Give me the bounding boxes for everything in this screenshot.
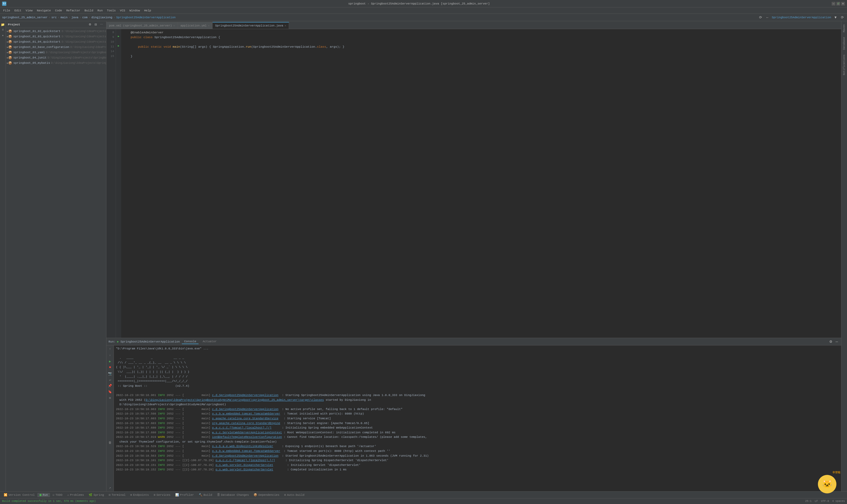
menu-view[interactable]: View [23,7,35,14]
run-icon: ▶ [117,340,119,343]
close-button[interactable]: ✕ [841,2,845,5]
bottom-tab-deps[interactable]: 📦 Dependencies [251,492,281,497]
project-settings-btn[interactable]: ⋯ [99,22,104,27]
run-expand-btn[interactable]: ↗ [107,485,113,490]
bottom-tab-run[interactable]: Run [37,493,50,497]
tab-main-java[interactable]: Springboot25AdminServerApplication.java … [213,22,289,29]
minimize-button[interactable]: ─ [832,2,835,5]
breadcrumb-src[interactable]: src [51,16,57,19]
tab-yml[interactable]: application.yml ✕ [178,22,213,29]
run-row-11[interactable]: ▶ [116,43,121,48]
bottom-tab-problems[interactable]: ⚠ Problems [65,492,86,497]
folder-icon: 📦 [8,56,12,60]
breadcrumb-class[interactable]: Springboot25AdminServerApplication [116,16,176,19]
bottom-tab-todo[interactable]: ☑ TODO [51,492,65,497]
run-rerun-btn[interactable]: ▶ [107,359,113,364]
project-icon[interactable]: 📁 [1,22,5,27]
toolbar-back-btn[interactable]: ← [765,15,770,20]
tree-item-3[interactable]: ▶ 📦 springboot_02_base_configuration D:\… [6,44,106,50]
bottom-tab-services[interactable]: ⚙ Services [151,492,172,497]
tree-item-6[interactable]: ▶ 📦 springboot_05_mybatis D:\DingJiaxion… [6,60,106,66]
menu-code[interactable]: Code [53,7,64,14]
bottom-tab-terminal[interactable]: ⊡ Terminal [107,492,128,497]
run-main-btn[interactable]: ▶ [118,44,119,48]
bottom-tab-auto[interactable]: ⚙ Auto-build [282,492,307,497]
project-collapse-btn[interactable]: ⊟ [93,22,98,27]
todo-label: TODO [55,493,62,497]
bottom-tab-endpoints[interactable]: ⊕ Endpoints [128,492,151,497]
run-wrap-btn[interactable]: ↵ [107,377,113,382]
favorites-icon[interactable]: ★ [1,33,5,38]
tree-item-0[interactable]: ▶ 📦 springboot_01_02_quickstart D:\DingJ… [6,29,106,34]
bottom-tab-spring[interactable]: 🌿 Spring [87,492,106,497]
tree-item-2[interactable]: ▶ 📦 springboot_01_04_quickstart D:\DingJ… [6,39,106,44]
tab-pom[interactable]: pom.xml (springboot_25_admin_server) ✕ [106,22,178,29]
menu-vcs[interactable]: VCS [118,7,127,14]
tab-java-close[interactable]: ✕ [285,24,286,27]
menu-file[interactable]: File [1,7,12,14]
run-stop-btn[interactable]: ■ [107,365,113,370]
db-icon: 🗄 [217,493,220,497]
database-tab[interactable]: Database [842,35,846,52]
structure-icon[interactable]: ≡ [1,28,5,32]
run-row-9[interactable]: ▶ [116,34,121,39]
project-label: Project [8,23,20,26]
notifications-tab[interactable]: Notifications [842,52,846,77]
run-tab-console[interactable]: Console [182,339,198,344]
log-line-10: 2022-10-23 19:58:18.563 INFO 2652 --- [ … [116,454,839,458]
vc-icon: 🔀 [4,493,7,497]
run-tab-actuator[interactable]: Actuator [201,339,219,344]
project-gear-btn[interactable]: ⚙ [88,22,92,27]
menu-help[interactable]: Help [142,7,153,14]
run-settings-btn[interactable]: ⚙ [828,339,833,344]
breadcrumb-project[interactable]: springboot_25_admin_server [2,16,48,19]
tab-pom-close[interactable]: ✕ [173,24,175,27]
app-icon: IJ [2,2,6,6]
bottom-tab-profiler[interactable]: 📊 Profiler [173,492,196,497]
tree-item-1[interactable]: ▶ 📦 springboot_01_03_quickstart D:\DingJ… [6,34,106,39]
toolbar-class-selector[interactable]: Springboot25AdminServerApplication [772,16,831,19]
toolbar-refresh-btn[interactable]: ⟳ [840,15,845,20]
run-pin-btn[interactable]: 📌 [107,383,113,388]
tree-item-4[interactable]: ▶ 📦 springboot_03_yaml D:\DingJiaxiong\I… [6,50,106,55]
log-line-7: 2022-10-23 19:58:17.919 WARN 2652 --- [ … [116,435,839,440]
run-minimize-btn[interactable]: ─ [834,339,839,344]
menu-refactor[interactable]: Refactor [64,7,82,14]
run-filter-btn[interactable]: ⚙ [107,395,113,400]
console-output[interactable]: "D:\Program Files\Java\jdk1.8.0_333\bin\… [114,345,841,491]
endpoints-icon: ⊕ [130,493,132,497]
code-line-14 [123,49,839,54]
profiler-label: Profiler [180,493,194,497]
run-restart-btn[interactable]: ↑ [107,346,113,352]
menu-navigate[interactable]: Navigate [35,7,53,14]
toolbar-sync-btn[interactable]: ⟳ [758,15,763,20]
maven-tab[interactable]: Maven [842,22,846,34]
run-class-btn[interactable]: ▶ [118,35,119,38]
breadcrumb-com[interactable]: com [82,16,88,19]
breadcrumb-java[interactable]: java [71,16,78,19]
bottom-tab-vc[interactable]: 🔀 Version Control [2,492,37,497]
breadcrumb-main[interactable]: main [60,16,68,19]
run-camera-btn[interactable]: 📷 [107,371,113,376]
code-editor[interactable]: 8 9 10 11 14 15 ▶ ▶ [106,29,841,338]
deps-icon: 📦 [254,493,257,497]
bottom-tab-build[interactable]: 🔨 Build [197,492,214,497]
toolbar-dropdown-btn[interactable]: ▼ [833,15,838,20]
run-trash-btn[interactable]: 🗑 [107,440,113,446]
menu-edit[interactable]: Edit [12,7,23,14]
tree-item-name: springboot_01_02_quickstart [13,30,60,33]
run-down-btn[interactable]: ↓ [107,353,113,358]
todo-icon: ☑ [53,493,55,497]
menu-window[interactable]: Window [127,7,142,14]
bottom-tab-db-changes[interactable]: 🗄 Database Changes [215,492,251,497]
run-panel-title: Run: ▶ Springboot25AdminServerApplicatio… [109,340,180,343]
menu-build[interactable]: Build [82,7,95,14]
run-bookmark-btn[interactable]: 🔖 [107,389,113,394]
menu-run[interactable]: Run [95,7,105,14]
menu-tools[interactable]: Tools [105,7,118,14]
tree-item-name: springboot_01_04_quickstart [13,40,60,43]
tab-yml-close[interactable]: ✕ [208,24,210,27]
breadcrumb-package[interactable]: dingjiaxiong [91,16,112,19]
log-line-11: 2022-10-23 19:58:19.101 INFO 2652 --- [[… [116,458,839,463]
tree-item-5[interactable]: ▶ 📦 springboot_04_junit D:\DingJiaxiong\… [6,55,106,60]
